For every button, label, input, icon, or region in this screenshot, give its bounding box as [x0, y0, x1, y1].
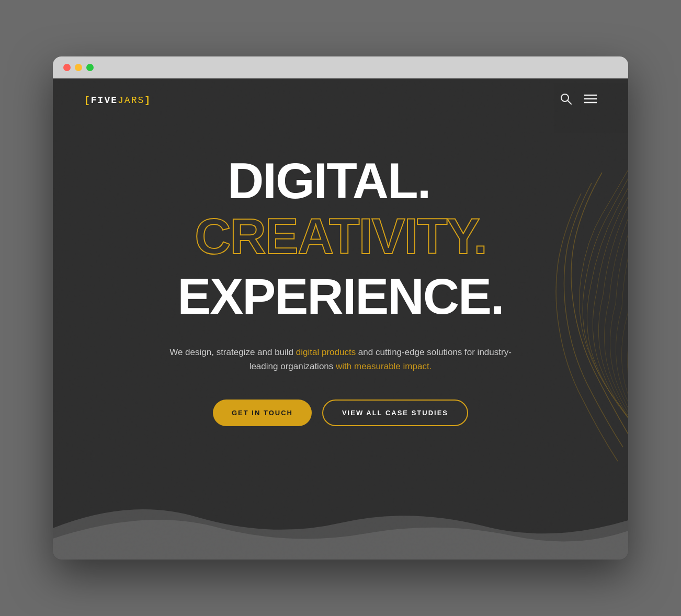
search-icon[interactable] [560, 93, 572, 107]
menu-icon[interactable] [584, 94, 597, 106]
logo-bracket-close: ] [144, 95, 151, 106]
hero-experience: EXPERIENCE. [84, 269, 597, 324]
browser-chrome [53, 56, 628, 78]
hero-line1: DIGITAL. CREATIVITY. [84, 153, 597, 264]
website-content: [FIVEJARS] [53, 78, 628, 560]
browser-window: [FIVEJARS] [53, 56, 628, 560]
subtitle-highlight2: with measurable impact. [336, 361, 432, 371]
subtitle-plain1: We design, strategize and build [169, 347, 296, 357]
logo-jars: JARS [118, 95, 144, 106]
svg-line-1 [568, 100, 571, 104]
get-in-touch-button[interactable]: GET IN TOUCH [213, 400, 312, 426]
view-case-studies-button[interactable]: VIEW ALL CASE STUDIES [322, 400, 468, 426]
subtitle-highlight1: digital products [296, 347, 356, 357]
close-button[interactable] [63, 64, 71, 71]
hero-creativity: CREATIVITY. [195, 208, 486, 264]
maximize-button[interactable] [86, 64, 94, 71]
hero-headline: DIGITAL. CREATIVITY. EXPERIENCE. [84, 153, 597, 324]
minimize-button[interactable] [75, 64, 82, 71]
logo-five: FIVE [91, 95, 118, 106]
logo-bracket-open: [ [84, 95, 91, 106]
cta-buttons: GET IN TOUCH VIEW ALL CASE STUDIES [84, 400, 597, 426]
navbar: [FIVEJARS] [53, 78, 628, 122]
hero-digital: DIGITAL. [228, 153, 430, 209]
hero-subtitle: We design, strategize and build digital … [157, 345, 524, 373]
nav-icons [560, 93, 597, 107]
hero-section: DIGITAL. CREATIVITY. EXPERIENCE. We desi… [53, 122, 628, 468]
bottom-wave [53, 497, 628, 560]
logo[interactable]: [FIVEJARS] [84, 95, 151, 106]
